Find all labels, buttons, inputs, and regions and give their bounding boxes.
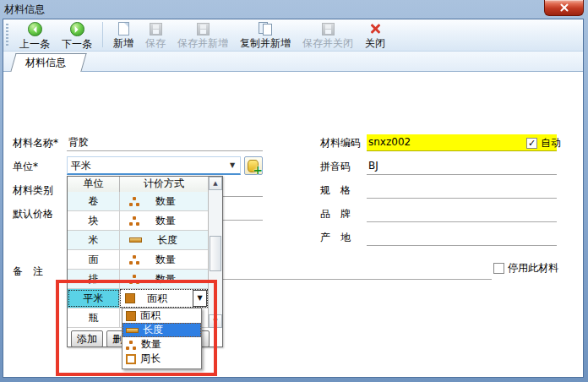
database-plus-icon <box>248 160 259 172</box>
next-arrow-icon <box>70 22 84 36</box>
quantity-dots-icon <box>126 340 137 350</box>
window-close-button[interactable] <box>544 0 584 16</box>
checkbox-box[interactable] <box>493 263 504 274</box>
option-label: 长度 <box>143 323 163 337</box>
option-label: 数量 <box>141 337 161 352</box>
scrollbar-thumb[interactable] <box>210 236 221 271</box>
option-perimeter[interactable]: 周长 <box>122 352 201 366</box>
material-name-field[interactable]: 背胶 <box>67 134 263 151</box>
unit-cell[interactable]: 瓶 <box>68 308 120 327</box>
toolbar-separator <box>102 22 103 47</box>
new-button[interactable]: 新增 <box>107 21 139 52</box>
brand-field[interactable] <box>367 205 557 222</box>
window-title: 材料信息 <box>4 3 45 17</box>
save-button[interactable]: 保存 <box>139 21 172 52</box>
pinyin-code-field[interactable]: BJ <box>367 158 557 175</box>
button-label: 保存并新增 <box>177 36 228 51</box>
save-disk-icon <box>197 23 210 35</box>
origin-label: 产 地 <box>320 231 351 245</box>
tab-label: 材料信息 <box>10 53 81 72</box>
unit-value: 平米 <box>71 159 91 173</box>
length-ruler-icon <box>126 328 139 333</box>
client-area: 上一条 下一条 新增 保存 保存并新增 复制并新增 <box>3 19 584 378</box>
area-square-filled-icon <box>126 311 136 321</box>
pricing-editor-cell[interactable]: 面积 ▼ <box>120 289 208 308</box>
option-label: 周长 <box>140 352 161 366</box>
disable-material-checkbox[interactable]: 停用此材料 <box>493 261 558 276</box>
origin-field[interactable] <box>367 229 557 246</box>
tab-strip: 材料信息 <box>3 52 583 72</box>
titlebar[interactable]: 材料信息 <box>0 0 588 19</box>
close-button[interactable]: 关闭 <box>359 21 391 52</box>
pricing-cell[interactable]: 数量 <box>155 253 176 267</box>
length-ruler-icon <box>129 237 142 243</box>
scroll-down-icon[interactable]: ▼ <box>209 314 222 328</box>
spec-label: 规 格 <box>320 183 351 198</box>
chevron-down-icon[interactable]: ▼ <box>226 160 238 172</box>
auto-checkbox[interactable]: ✓ 自动 <box>526 136 561 150</box>
close-icon <box>559 3 569 13</box>
editor-chevron-down-icon[interactable]: ▼ <box>193 290 207 307</box>
pricing-cell[interactable]: 数量 <box>155 214 176 228</box>
area-square-icon <box>125 293 135 303</box>
unit-cell[interactable]: 卷 <box>68 192 120 210</box>
quantity-dots-icon <box>129 216 140 226</box>
grid-row[interactable]: 排 数量 <box>68 270 208 289</box>
remark-label: 备 注 <box>13 265 43 279</box>
unit-label: 单位* <box>13 160 38 174</box>
button-label: 复制并新增 <box>240 36 291 51</box>
form-area: 材料名称* 单位* 材料类别 默认价格 备 注 背胶 平米 ▼ 材料编码 拼音码… <box>3 72 583 377</box>
unit-combobox[interactable]: 平米 ▼ <box>67 156 241 175</box>
unit-cell[interactable]: 面 <box>68 250 120 269</box>
save-disk-icon <box>150 23 162 35</box>
option-area[interactable]: 面积 <box>122 308 201 323</box>
pricing-editor-value: 面积 <box>147 292 167 306</box>
material-name-label: 材料名称* <box>13 136 58 150</box>
next-record-button[interactable]: 下一条 <box>56 21 98 52</box>
pricing-cell[interactable]: 数量 <box>155 194 176 209</box>
prev-arrow-icon <box>28 22 42 36</box>
option-label: 面积 <box>140 308 161 323</box>
option-quantity[interactable]: 数量 <box>122 337 201 352</box>
quantity-dots-icon <box>129 274 140 284</box>
material-code-label: 材料编码 <box>320 136 361 150</box>
perimeter-square-outline-icon <box>126 354 136 364</box>
previous-record-button[interactable]: 上一条 <box>14 21 56 52</box>
material-info-window: 材料信息 上一条 下一条 新增 保存 <box>0 0 588 382</box>
add-row-button[interactable]: 添加 <box>71 330 103 347</box>
checkbox-check-icon[interactable]: ✓ <box>526 138 537 149</box>
material-name-value: 背胶 <box>67 136 89 148</box>
unit-cell[interactable]: 米 <box>68 231 120 249</box>
add-unit-button[interactable] <box>244 156 263 175</box>
toolbar-grip-handle[interactable] <box>6 24 8 47</box>
copy-and-new-button[interactable]: 复制并新增 <box>234 21 297 52</box>
default-price-label: 默认价格 <box>13 207 53 221</box>
material-code-value: snxz002 <box>367 136 411 148</box>
option-length-selected[interactable]: 长度 <box>122 323 201 337</box>
save-disk-icon <box>322 23 335 35</box>
quantity-dots-icon <box>129 196 140 206</box>
button-label: 关闭 <box>365 36 385 51</box>
grid-row[interactable]: 块 数量 <box>68 211 208 231</box>
spec-field[interactable] <box>367 182 557 199</box>
pricing-cell[interactable]: 数量 <box>155 272 176 286</box>
brand-label: 品 牌 <box>320 207 351 221</box>
grid-row[interactable]: 卷 数量 <box>68 192 208 211</box>
quantity-dots-icon <box>129 254 140 265</box>
pricing-cell[interactable]: 长度 <box>157 233 177 248</box>
grid-row-selected[interactable]: 平米 面积 ▼ <box>68 289 208 308</box>
unit-cell-selected[interactable]: 平米 <box>68 289 120 308</box>
tab-material-info[interactable]: 材料信息 <box>10 53 81 73</box>
red-x-icon <box>368 22 382 35</box>
grid-row[interactable]: 面 数量 <box>68 250 208 270</box>
grid-header-unit: 单位 <box>68 177 120 192</box>
scroll-up-icon[interactable]: ▲ <box>209 177 222 190</box>
unit-cell[interactable]: 排 <box>68 270 120 288</box>
save-and-new-button[interactable]: 保存并新增 <box>172 21 234 52</box>
button-label: 下一条 <box>62 37 92 52</box>
grid-scrollbar[interactable]: ▲ ▼ <box>208 177 222 328</box>
unit-cell[interactable]: 块 <box>68 211 120 230</box>
grid-row[interactable]: 米 长度 <box>68 231 208 250</box>
material-category-label: 材料类别 <box>13 183 53 198</box>
save-and-close-button[interactable]: 保存并关闭 <box>297 21 359 52</box>
